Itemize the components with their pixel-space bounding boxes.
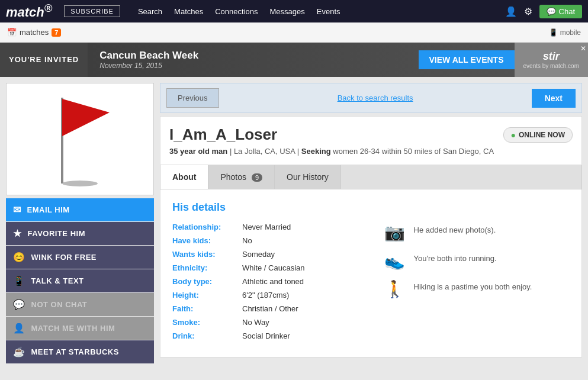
- close-icon[interactable]: ✕: [580, 44, 586, 53]
- logo: match®: [6, 2, 52, 20]
- star-icon: ★: [13, 228, 22, 239]
- right-panel: Previous Back to search results Next I_A…: [160, 83, 582, 363]
- previous-button[interactable]: Previous: [166, 88, 219, 108]
- invited-box: YOU'RE INVITED: [0, 43, 88, 77]
- wink-button[interactable]: 😊 WINK FOR FREE: [6, 246, 154, 269]
- chat-icon: 💬: [547, 7, 556, 16]
- detail-body-type: Body type: Athletic and toned: [172, 277, 371, 286]
- profile-header: I_Am_A_Loser ● ONLINE NOW 35 year old ma…: [160, 116, 582, 165]
- subscribe-button[interactable]: SUBSCRIBE: [64, 5, 120, 17]
- hiking-match-icon: 🚶: [383, 279, 407, 299]
- mobile-link[interactable]: 📱 mobile: [549, 28, 581, 37]
- view-events-button[interactable]: VIEW ALL EVENTS: [419, 50, 515, 69]
- banner-event-title: Cancun Beach Week: [99, 50, 198, 62]
- profile-icon[interactable]: 👤: [505, 6, 517, 17]
- matches-count: 7: [52, 28, 61, 37]
- match-icon: 👤: [13, 323, 25, 334]
- profile-details: 35 year old man | La Jolla, CA, USA | Se…: [169, 147, 573, 156]
- stir-logo: stir: [543, 50, 560, 63]
- nav-messages[interactable]: Messages: [270, 7, 305, 16]
- left-panel: ✉ EMAIL HIM ★ FAVORITE HIM 😊 WINK FOR FR…: [6, 83, 154, 363]
- stir-sub: events by match.com: [523, 63, 579, 69]
- coffee-icon: ☕: [13, 346, 25, 358]
- action-buttons: ✉ EMAIL HIM ★ FAVORITE HIM 😊 WINK FOR FR…: [6, 198, 154, 363]
- detail-faith: Faith: Christian / Other: [172, 304, 371, 313]
- event-banner: YOU'RE INVITED Cancun Beach Week Novembe…: [0, 43, 588, 77]
- matches-badge[interactable]: 📅 matches 7: [7, 28, 61, 37]
- phone-icon: 📱: [13, 275, 25, 286]
- settings-icon[interactable]: ⚙: [524, 6, 532, 17]
- calendar-icon: 📅: [7, 28, 17, 37]
- chat-button[interactable]: 💬 Chat: [539, 5, 582, 18]
- chat-disabled-icon: 💬: [13, 299, 25, 310]
- online-status-badge: ● ONLINE NOW: [503, 127, 573, 143]
- banner-text: Cancun Beach Week November 15, 2015: [88, 50, 210, 70]
- running-match-icon: 👟: [383, 251, 407, 270]
- nav-links: Search Matches Connections Messages Even…: [138, 7, 499, 16]
- photos-match-icon: 📷: [383, 223, 407, 242]
- detail-drink: Drink: Social Drinker: [172, 331, 371, 340]
- details-title: His details: [172, 201, 570, 214]
- profile-photo: [6, 83, 154, 195]
- banner-event-date: November 15, 2015: [99, 62, 198, 70]
- match-me-button: 👤 MATCH ME WITH HIM: [6, 317, 154, 340]
- profile-image: [44, 92, 115, 186]
- detail-wants-kids: Wants kids: Someday: [172, 250, 371, 259]
- nav-events[interactable]: Events: [317, 7, 340, 16]
- match-item-running: 👟 You're both into running.: [383, 251, 570, 270]
- main-content: ✉ EMAIL HIM ★ FAVORITE HIM 😊 WINK FOR FR…: [0, 77, 588, 369]
- tab-about[interactable]: About: [160, 165, 208, 189]
- svg-point-2: [62, 181, 98, 186]
- nav-right: 👤 ⚙ 💬 Chat: [505, 5, 582, 18]
- photos-count: 9: [252, 173, 262, 182]
- next-button[interactable]: Next: [532, 89, 576, 108]
- match-item-hiking: 🚶 Hiking is a pastime you both enjoy.: [383, 279, 570, 299]
- wink-icon: 😊: [13, 252, 25, 263]
- profile-navigation: Previous Back to search results Next: [160, 83, 582, 113]
- invited-label: YOU'RE INVITED: [9, 55, 79, 65]
- match-item-photos: 📷 He added new photo(s).: [383, 223, 570, 242]
- profile-tabs: About Photos 9 Our History: [160, 165, 582, 189]
- favorite-button[interactable]: ★ FAVORITE HIM: [6, 222, 154, 245]
- online-dot: ●: [511, 130, 516, 140]
- detail-smoke: Smoke: No Way: [172, 318, 371, 327]
- nav-search[interactable]: Search: [138, 7, 162, 16]
- not-on-chat-button: 💬 NOT ON CHAT: [6, 293, 154, 316]
- sub-navigation: 📅 matches 7 📱 mobile: [0, 22, 588, 43]
- back-to-results-link[interactable]: Back to search results: [225, 94, 526, 102]
- detail-height: Height: 6'2" (187cms): [172, 291, 371, 300]
- svg-marker-1: [62, 99, 110, 136]
- details-grid: Relationship: Never Married Have kids: N…: [172, 223, 570, 345]
- detail-ethnicity: Ethnicity: White / Caucasian: [172, 263, 371, 272]
- email-icon: ✉: [13, 204, 21, 215]
- nav-connections[interactable]: Connections: [215, 7, 258, 16]
- tab-our-history[interactable]: Our History: [275, 165, 341, 189]
- detail-relationship: Relationship: Never Married: [172, 223, 371, 231]
- details-section: His details Relationship: Never Married …: [160, 189, 582, 358]
- nav-matches[interactable]: Matches: [174, 7, 203, 16]
- profile-username: I_Am_A_Loser: [169, 125, 277, 144]
- profile-name-row: I_Am_A_Loser ● ONLINE NOW: [169, 125, 573, 144]
- top-navigation: match® SUBSCRIBE Search Matches Connecti…: [0, 0, 588, 22]
- tab-photos[interactable]: Photos 9: [208, 165, 275, 189]
- detail-have-kids: Have kids: No: [172, 236, 371, 245]
- starbucks-button[interactable]: ☕ MEET AT STARBUCKS: [6, 340, 154, 363]
- email-button[interactable]: ✉ EMAIL HIM: [6, 198, 154, 221]
- talk-text-button[interactable]: 📱 TALK & TEXT: [6, 269, 154, 292]
- stir-box: ✕ stir events by match.com: [515, 43, 588, 77]
- details-left: Relationship: Never Married Have kids: N…: [172, 223, 371, 345]
- mobile-icon: 📱: [549, 28, 558, 37]
- details-right: 📷 He added new photo(s). 👟 You're both i…: [371, 223, 570, 345]
